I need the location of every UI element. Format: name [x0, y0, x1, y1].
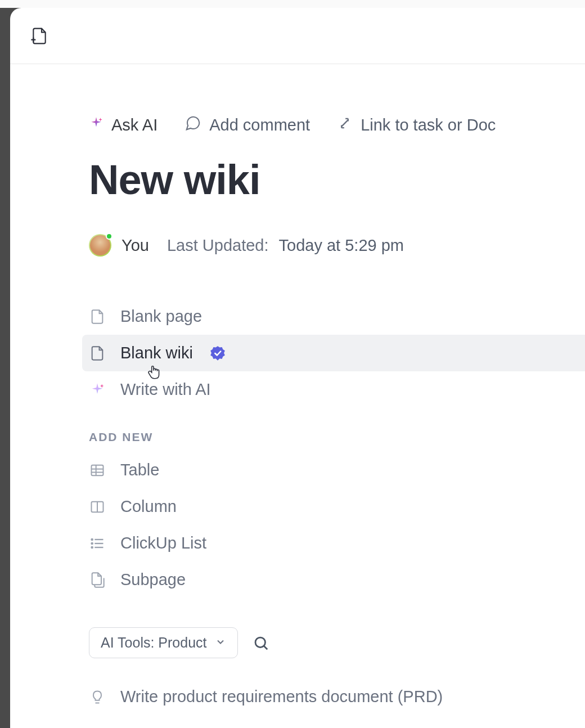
add-clickup-list[interactable]: ClickUp List [82, 525, 585, 561]
link-task-doc-button[interactable]: Link to task or Doc [337, 115, 496, 135]
option-write-ai[interactable]: Write with AI [82, 371, 585, 408]
avatar[interactable] [89, 234, 111, 257]
table-label: Table [120, 461, 159, 479]
ai-tools-dropdown[interactable]: AI Tools: Product [89, 627, 238, 658]
svg-point-8 [92, 538, 93, 540]
svg-line-15 [264, 646, 267, 649]
add-subpage[interactable]: Subpage [82, 561, 585, 598]
template-options: Blank page Blank wiki [82, 298, 585, 408]
clickup-list-label: ClickUp List [120, 534, 206, 552]
page-icon [89, 345, 106, 362]
author-label: You [122, 236, 149, 255]
link-task-doc-label: Link to task or Doc [361, 116, 496, 134]
comment-icon [184, 115, 201, 136]
sparkle-icon [89, 381, 106, 398]
write-ai-label: Write with AI [120, 380, 211, 399]
updated-value: Today at 5:29 pm [279, 236, 404, 255]
option-blank-page[interactable]: Blank page [82, 298, 585, 335]
ask-ai-label: Ask AI [111, 116, 158, 134]
page-icon [89, 308, 106, 325]
add-column[interactable]: Column [82, 488, 585, 525]
dropdown-label: AI Tools: Product [101, 635, 207, 651]
action-row: Ask AI Add comment Lin [89, 115, 585, 136]
blank-wiki-label: Blank wiki [120, 344, 193, 362]
top-bar [10, 8, 585, 64]
chevron-down-icon [215, 635, 226, 651]
subpage-label: Subpage [120, 570, 186, 589]
table-icon [89, 462, 106, 479]
add-new-header: ADD NEW [89, 430, 585, 444]
ai-tools-row: AI Tools: Product [89, 627, 585, 658]
add-comment-label: Add comment [209, 116, 310, 134]
option-blank-wiki[interactable]: Blank wiki [82, 335, 585, 371]
column-label: Column [120, 497, 177, 516]
link-icon [337, 115, 353, 135]
svg-point-10 [92, 542, 93, 543]
subpage-icon [89, 572, 106, 588]
document-panel: Ask AI Add comment Lin [10, 8, 585, 728]
page-title[interactable]: New wiki [89, 156, 585, 204]
svg-rect-2 [92, 465, 104, 475]
add-new-list: Table Column [82, 452, 585, 598]
sparkle-icon [89, 116, 104, 134]
meta-row: You Last Updated: Today at 5:29 pm [89, 234, 585, 257]
blank-page-label: Blank page [120, 307, 202, 326]
bulb-icon [89, 689, 106, 705]
svg-point-12 [92, 546, 93, 547]
ai-suggestion-prd[interactable]: Write product requirements document (PRD… [82, 678, 585, 715]
search-button[interactable] [253, 635, 269, 651]
svg-point-14 [255, 637, 266, 648]
new-page-icon[interactable] [30, 27, 48, 45]
column-icon [89, 498, 106, 515]
status-indicator [106, 233, 112, 240]
ai-suggestions: Write product requirements document (PRD… [82, 678, 585, 715]
ai-suggestion-label: Write product requirements document (PRD… [120, 687, 443, 706]
search-icon [253, 635, 269, 651]
ask-ai-button[interactable]: Ask AI [89, 116, 158, 134]
add-comment-button[interactable]: Add comment [184, 115, 310, 136]
verified-icon [210, 345, 226, 361]
list-icon [89, 535, 106, 552]
updated-label: Last Updated: [167, 236, 269, 255]
add-table[interactable]: Table [82, 452, 585, 488]
